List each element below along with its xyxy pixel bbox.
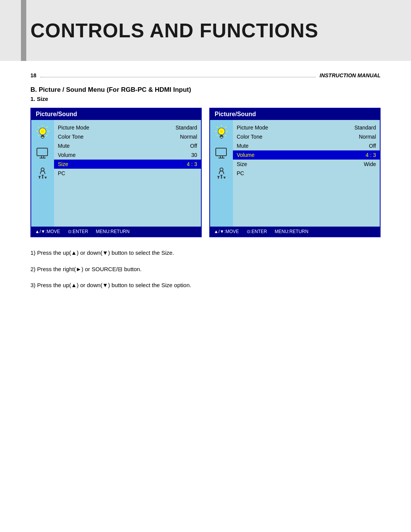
svg-line-6 xyxy=(38,127,39,128)
menu-box-right: Picture/Sound xyxy=(209,108,381,237)
svg-line-29 xyxy=(217,127,218,128)
section-heading: B. Picture / Sound Menu (For RGB-PC & HD… xyxy=(30,86,381,94)
menu-row-size-left: Size 4 : 3 xyxy=(54,160,201,169)
bottom-return-left: MENU:RETURN xyxy=(96,229,130,234)
menu-row-mute-left: Mute Off xyxy=(54,141,201,150)
page-number: 18 xyxy=(30,72,37,78)
picture-icon-right xyxy=(213,144,230,161)
bottom-return-right: MENU:RETURN xyxy=(275,229,309,234)
instruction-manual-label: INSTRUCTION MANUAL xyxy=(320,72,381,78)
icon-column-right xyxy=(210,120,233,227)
menu-body-left: Picture Mode Standard Color Tone Normal … xyxy=(31,120,201,227)
svg-point-24 xyxy=(220,130,223,133)
menu-row-pc-right: PC xyxy=(233,169,380,178)
menu-row-color-tone-left: Color Tone Normal xyxy=(54,132,201,141)
menu-content-right: Picture Mode Standard Color Tone Normal … xyxy=(233,120,380,227)
menu-bottom-bar-left: ▲/▼:MOVE ⊙:ENTER MENU:RETURN xyxy=(31,227,201,236)
svg-rect-44 xyxy=(220,175,223,176)
svg-point-39 xyxy=(220,168,223,171)
page-title: CONTROLS AND FUNCTIONS xyxy=(30,19,319,42)
svg-rect-21 xyxy=(41,175,44,176)
instruction-3: 3) Press the up(▲) or down(▼) button to … xyxy=(30,281,381,290)
svg-rect-35 xyxy=(217,149,226,155)
svg-rect-45 xyxy=(223,177,226,177)
menu-row-color-tone-right: Color Tone Normal xyxy=(233,132,380,141)
menu-row-volume-left: Volume 30 xyxy=(54,150,201,160)
menu-title-left: Picture/Sound xyxy=(31,109,201,120)
svg-line-8 xyxy=(46,127,47,128)
menu-row-volume-right: Volume 4 : 3 xyxy=(233,150,380,160)
menu-title-right: Picture/Sound xyxy=(210,109,380,120)
picture-icon xyxy=(34,144,51,161)
sub-heading: 1. Size xyxy=(30,96,381,102)
header-banner: CONTROLS AND FUNCTIONS xyxy=(0,0,411,61)
bottom-move-right: ▲/▼:MOVE xyxy=(214,229,239,234)
menu-row-picture-mode-left: Picture Mode Standard xyxy=(54,123,201,132)
menu-box-left: Picture/Sound xyxy=(30,108,202,237)
bottom-enter-left: ⊙:ENTER xyxy=(68,229,88,234)
brightness-icon xyxy=(34,124,51,141)
page-header: 18 INSTRUCTION MANUAL xyxy=(30,72,381,78)
menus-container: Picture/Sound xyxy=(30,108,381,237)
svg-rect-43 xyxy=(217,176,220,177)
menu-row-mute-right: Mute Off xyxy=(233,141,380,150)
main-content: 18 INSTRUCTION MANUAL B. Picture / Sound… xyxy=(0,72,411,290)
bottom-enter-right: ⊙:ENTER xyxy=(247,229,267,234)
menu-row-size-right: Size Wide xyxy=(233,160,380,169)
svg-point-1 xyxy=(41,130,44,133)
instructions: 1) Press the up(▲) or down(▼) button to … xyxy=(30,249,381,290)
sound-icon-right xyxy=(213,165,230,182)
svg-point-16 xyxy=(41,168,44,171)
svg-rect-20 xyxy=(38,176,41,177)
menu-row-picture-mode-right: Picture Mode Standard xyxy=(233,123,380,132)
svg-rect-12 xyxy=(38,149,47,155)
menu-body-right: Picture Mode Standard Color Tone Normal … xyxy=(210,120,380,227)
sound-icon xyxy=(34,165,51,182)
menu-content-left: Picture Mode Standard Color Tone Normal … xyxy=(54,120,201,227)
svg-line-7 xyxy=(46,135,47,136)
page-dots xyxy=(40,73,316,77)
svg-rect-22 xyxy=(45,177,47,177)
menu-bottom-bar-right: ▲/▼:MOVE ⊙:ENTER MENU:RETURN xyxy=(210,227,380,236)
svg-line-9 xyxy=(38,135,39,136)
instruction-1: 1) Press the up(▲) or down(▼) button to … xyxy=(30,249,381,257)
brightness-icon-right xyxy=(213,124,230,141)
menu-row-pc-left: PC xyxy=(54,169,201,178)
bottom-move-left: ▲/▼:MOVE xyxy=(35,229,60,234)
instruction-2: 2) Press the right(►) or SOURCE/⊟ button… xyxy=(30,265,381,274)
svg-line-30 xyxy=(225,135,226,136)
svg-line-32 xyxy=(217,135,218,136)
svg-line-31 xyxy=(225,127,226,128)
icon-column-left xyxy=(31,120,54,227)
